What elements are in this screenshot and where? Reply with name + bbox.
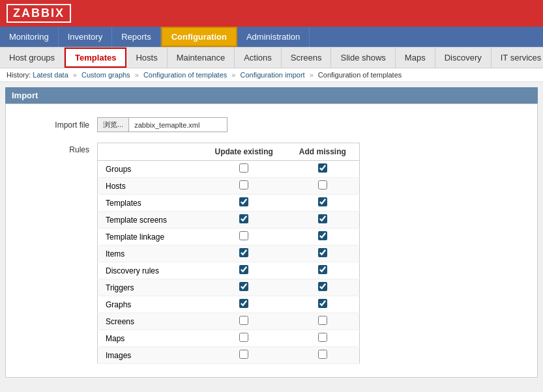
- rule-name: Maps: [98, 330, 202, 347]
- nav-maps[interactable]: Maps: [396, 48, 435, 68]
- rule-add-cell: [286, 229, 360, 245]
- rule-update-checkbox-1[interactable]: [239, 180, 248, 189]
- rule-update-checkbox-6[interactable]: [239, 265, 248, 274]
- rule-add-checkbox-3[interactable]: [318, 214, 327, 223]
- rule-add-cell: [286, 262, 360, 279]
- col-add-header: Add missing: [286, 143, 360, 161]
- nav-screens[interactable]: Screens: [282, 48, 332, 68]
- nav-slideshows[interactable]: Slide shows: [331, 48, 395, 68]
- nav-actions[interactable]: Actions: [235, 48, 282, 68]
- nav-inventory[interactable]: Inventory: [59, 27, 112, 47]
- table-row: Template linkage: [98, 229, 360, 245]
- rule-name: Templates: [98, 195, 202, 212]
- rule-add-checkbox-4[interactable]: [318, 231, 327, 240]
- table-row: Triggers: [98, 279, 360, 296]
- rule-update-checkbox-2[interactable]: [239, 197, 248, 206]
- file-name-display: zabbix_temaplte.xml: [129, 119, 227, 131]
- rule-update-checkbox-0[interactable]: [239, 163, 248, 173]
- rule-add-checkbox-6[interactable]: [318, 265, 327, 274]
- rule-update-cell: [202, 212, 286, 229]
- rule-add-cell: [286, 313, 360, 330]
- rule-update-checkbox-7[interactable]: [239, 282, 248, 291]
- rules-table: Update existing Add missing GroupsHostsT…: [97, 143, 360, 364]
- nav-monitoring[interactable]: Monitoring: [0, 27, 59, 47]
- rule-update-cell: [202, 245, 286, 262]
- primary-nav: Monitoring Inventory Reports Configurati…: [0, 27, 543, 48]
- rule-add-cell: [286, 212, 360, 229]
- rule-update-checkbox-5[interactable]: [239, 248, 248, 257]
- rule-name: Graphs: [98, 296, 202, 313]
- table-row: Graphs: [98, 296, 360, 313]
- rule-add-cell: [286, 195, 360, 212]
- table-row: Groups: [98, 161, 360, 178]
- rule-add-cell: [286, 279, 360, 296]
- rule-update-cell: [202, 229, 286, 245]
- rule-update-cell: [202, 313, 286, 330]
- breadcrumb-latest-data[interactable]: Latest data: [33, 71, 68, 79]
- header: ZABBIX: [0, 0, 543, 27]
- browse-button[interactable]: 浏览...: [98, 118, 129, 132]
- rule-add-checkbox-10[interactable]: [318, 333, 327, 342]
- rule-add-checkbox-9[interactable]: [318, 316, 327, 325]
- rule-add-checkbox-11[interactable]: [318, 350, 327, 359]
- main-content: Import file 浏览... zabbix_temaplte.xml Ru…: [5, 104, 538, 378]
- rule-update-cell: [202, 178, 286, 195]
- import-file-row: Import file 浏览... zabbix_temaplte.xml: [19, 117, 524, 132]
- nav-it-services[interactable]: IT services: [492, 48, 543, 68]
- rule-add-checkbox-5[interactable]: [318, 248, 327, 257]
- breadcrumb-history-label: History:: [7, 71, 33, 79]
- rule-name: Screens: [98, 313, 202, 330]
- breadcrumb-current: Configuration of templates: [318, 71, 402, 79]
- rule-update-checkbox-9[interactable]: [239, 316, 248, 325]
- nav-administration[interactable]: Administration: [237, 27, 310, 47]
- rule-update-cell: [202, 161, 286, 178]
- rule-add-checkbox-7[interactable]: [318, 282, 327, 291]
- rule-add-checkbox-0[interactable]: [318, 163, 327, 173]
- nav-hosts[interactable]: Hosts: [126, 48, 167, 68]
- page-title: Import: [5, 87, 538, 104]
- rule-add-cell: [286, 330, 360, 347]
- rule-add-cell: [286, 296, 360, 313]
- rule-name: Items: [98, 245, 202, 262]
- rule-update-cell: [202, 347, 286, 364]
- import-file-label: Import file: [19, 120, 97, 130]
- rule-add-cell: [286, 245, 360, 262]
- rule-update-cell: [202, 279, 286, 296]
- rule-update-checkbox-4[interactable]: [239, 231, 248, 240]
- rule-update-cell: [202, 262, 286, 279]
- nav-templates[interactable]: Templates: [65, 48, 126, 68]
- nav-host-groups[interactable]: Host groups: [0, 48, 65, 68]
- col-name-header: [98, 143, 202, 161]
- rule-update-cell: [202, 330, 286, 347]
- secondary-nav: Host groups Templates Hosts Maintenance …: [0, 48, 543, 68]
- rule-add-cell: [286, 161, 360, 178]
- table-row: Items: [98, 245, 360, 262]
- rules-label: Rules: [19, 143, 97, 154]
- nav-reports[interactable]: Reports: [112, 27, 161, 47]
- table-row: Hosts: [98, 178, 360, 195]
- rule-name: Discovery rules: [98, 262, 202, 279]
- nav-configuration[interactable]: Configuration: [161, 27, 237, 47]
- rule-update-cell: [202, 296, 286, 313]
- rule-add-checkbox-1[interactable]: [318, 180, 327, 189]
- nav-discovery[interactable]: Discovery: [435, 48, 492, 68]
- rule-name: Hosts: [98, 178, 202, 195]
- table-row: Maps: [98, 330, 360, 347]
- rule-name: Triggers: [98, 279, 202, 296]
- nav-maintenance[interactable]: Maintenance: [168, 48, 235, 68]
- col-update-header: Update existing: [202, 143, 286, 161]
- table-row: Template screens: [98, 212, 360, 229]
- rule-name: Template screens: [98, 212, 202, 229]
- rule-add-checkbox-2[interactable]: [318, 197, 327, 206]
- rule-update-checkbox-10[interactable]: [239, 333, 248, 342]
- rule-add-checkbox-8[interactable]: [318, 299, 327, 308]
- table-row: Screens: [98, 313, 360, 330]
- file-input-wrapper: 浏览... zabbix_temaplte.xml: [97, 117, 227, 132]
- rule-update-checkbox-3[interactable]: [239, 214, 248, 223]
- breadcrumb-config-templates[interactable]: Configuration of templates: [143, 71, 227, 79]
- breadcrumb-custom-graphs[interactable]: Custom graphs: [81, 71, 130, 79]
- rule-update-checkbox-11[interactable]: [239, 350, 248, 359]
- breadcrumb-config-import[interactable]: Configuration import: [241, 71, 305, 79]
- logo: ZABBIX: [7, 4, 71, 23]
- rule-update-checkbox-8[interactable]: [239, 299, 248, 308]
